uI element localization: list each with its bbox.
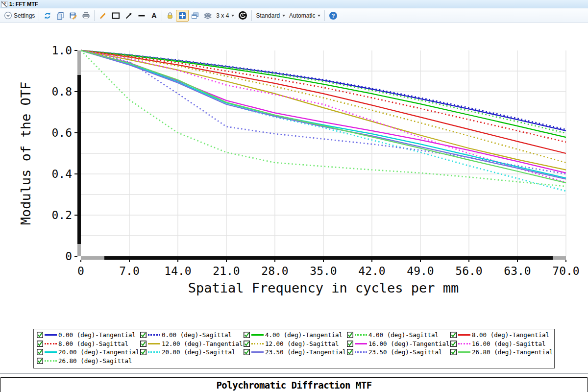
lock-icon <box>166 11 174 20</box>
automatic-label: Automatic <box>289 12 315 19</box>
series-swatch-8-00-deg-tangential <box>458 334 470 336</box>
series-checkbox-8-00-deg-tangential[interactable] <box>450 332 457 338</box>
y-tick-label: 0.4 <box>51 168 72 180</box>
series-checkbox-26-80-deg-sagittal[interactable] <box>37 358 43 364</box>
lock-button[interactable] <box>164 10 176 22</box>
y-axis-title: Modulus of the OTF <box>18 82 33 225</box>
auto-update-button[interactable] <box>236 10 249 22</box>
y-tick-label: 0.2 <box>51 209 72 221</box>
draw-line-button[interactable] <box>135 10 148 22</box>
series-swatch-4-00-deg-sagittal <box>355 334 367 336</box>
title-bar[interactable]: F 1: FFT MTF <box>0 0 588 8</box>
x-tick-mark <box>226 260 227 262</box>
automatic-dropdown[interactable]: Automatic <box>287 10 322 22</box>
series-swatch-16-00-deg-sagittal <box>458 343 470 344</box>
x-tick-mark <box>468 260 469 262</box>
cascade-windows-button[interactable] <box>189 10 201 22</box>
fft-mtf-window-icon: F <box>1 1 7 7</box>
series-checkbox-20-00-deg-tangential[interactable] <box>37 349 43 355</box>
x-axis-bar[interactable] <box>81 256 566 260</box>
series-checkbox-23-50-deg-sagittal[interactable] <box>347 349 353 355</box>
series-checkbox-0-00-deg-sagittal[interactable] <box>140 332 147 338</box>
y-axis-scroll-cap-top[interactable] <box>77 50 81 75</box>
x-tick-mark <box>80 260 81 262</box>
fft-mtf-window: F 1: FFT MTF Settings <box>0 0 588 392</box>
draw-arrow-button[interactable] <box>122 10 135 22</box>
draw-text-button[interactable]: A <box>148 10 160 22</box>
settings-button[interactable]: Settings <box>2 10 37 22</box>
x-tick-mark <box>323 260 324 262</box>
x-tick-label: 56.0 <box>455 265 482 277</box>
legend-item-20-00-deg-sagittal: 20.00 (deg)-Sagittal <box>140 348 244 357</box>
series-swatch-12-00-deg-sagittal <box>251 343 264 344</box>
series-checkbox-16-00-deg-tangential[interactable] <box>347 341 353 347</box>
y-tick-label: 0 <box>65 250 72 263</box>
layout-3x4-dropdown[interactable]: 3 x 4 <box>214 10 236 22</box>
series-label: 12.00 (deg)-Tangential <box>162 340 243 347</box>
series-swatch-0-00-deg-sagittal <box>148 334 160 336</box>
y-tick-mark <box>74 173 77 174</box>
series-label: 26.80 (deg)-Tangential <box>472 348 553 356</box>
series-checkbox-8-00-deg-sagittal[interactable] <box>37 341 43 347</box>
auto-update-icon <box>238 11 247 20</box>
legend-item-4-00-deg-tangential: 4.00 (deg)-Tangential <box>244 331 347 340</box>
legend-item-8-00-deg-sagittal: 8.00 (deg)-Sagittal <box>37 340 140 348</box>
series-label: 20.00 (deg)-Tangential <box>58 348 140 356</box>
settings-chevron-icon <box>4 11 12 20</box>
x-tick-mark <box>371 260 372 262</box>
series-checkbox-20-00-deg-sagittal[interactable] <box>140 349 147 355</box>
legend-item-23-50-deg-sagittal: 23.50 (deg)-Sagittal <box>347 348 450 357</box>
series-checkbox-12-00-deg-sagittal[interactable] <box>244 341 250 347</box>
fit-window-button[interactable] <box>176 10 189 22</box>
series-checkbox-12-00-deg-tangential[interactable] <box>140 341 147 347</box>
series-checkbox-23-50-deg-tangential[interactable] <box>244 349 250 355</box>
series-label: 8.00 (deg)-Sagittal <box>58 340 128 347</box>
series-checkbox-4-00-deg-sagittal[interactable] <box>347 332 353 338</box>
draw-rectangle-button[interactable] <box>109 10 122 22</box>
series-swatch-23-50-deg-sagittal <box>355 351 367 353</box>
help-button[interactable]: ? <box>327 10 340 22</box>
x-tick-mark <box>129 260 130 262</box>
x-axis-scroll-cap-right[interactable] <box>553 256 566 260</box>
series-checkbox-0-00-deg-tangential[interactable] <box>37 332 43 338</box>
series-label: 8.00 (deg)-Tangential <box>472 331 549 339</box>
series-checkbox-4-00-deg-tangential[interactable] <box>244 332 250 338</box>
copy-button[interactable] <box>54 10 67 22</box>
print-button[interactable] <box>79 10 92 22</box>
y-axis-scroll-cap-bottom[interactable] <box>77 244 81 256</box>
series-checkbox-26-80-deg-tangential[interactable] <box>450 349 457 355</box>
y-tick-mark <box>74 132 77 133</box>
settings-label: Settings <box>14 12 35 19</box>
series-swatch-8-00-deg-sagittal <box>45 343 57 344</box>
draw-pencil-button[interactable] <box>97 10 109 22</box>
svg-text:?: ? <box>332 13 335 19</box>
x-axis-title: Spatial Frequency in cycles per mm <box>188 280 459 295</box>
layers-button[interactable] <box>201 10 214 22</box>
x-tick-mark <box>177 260 178 262</box>
legend-item-26-80-deg-tangential: 26.80 (deg)-Tangential <box>450 348 554 357</box>
plot-footer-title: Polychromatic Diffraction MTF <box>216 380 371 391</box>
x-tick-label: 7.0 <box>119 265 140 277</box>
series-checkbox-16-00-deg-sagittal[interactable] <box>450 341 457 347</box>
y-tick-mark <box>74 91 77 92</box>
legend-item-16-00-deg-tangential: 16.00 (deg)-Tangential <box>347 340 450 348</box>
chevron-down-icon <box>282 15 285 17</box>
standard-dropdown[interactable]: Standard <box>254 10 287 22</box>
series-label: 4.00 (deg)-Tangential <box>265 331 343 339</box>
print-icon <box>81 11 90 20</box>
pencil-icon <box>98 11 107 20</box>
y-axis-bar[interactable] <box>77 50 81 256</box>
layers-icon <box>203 11 212 20</box>
refresh-button[interactable] <box>41 10 54 22</box>
y-tick-mark <box>74 256 77 257</box>
save-icon <box>69 11 77 20</box>
x-axis-scroll-cap-left[interactable] <box>81 256 104 260</box>
x-tick-mark <box>274 260 275 262</box>
toolbar: Settings <box>0 8 588 23</box>
series-swatch-20-00-deg-sagittal <box>148 351 160 353</box>
legend-grid: 0.00 (deg)-Tangential 0.00 (deg)-Sagitta… <box>37 331 551 365</box>
save-button[interactable] <box>67 10 79 22</box>
line-icon <box>137 11 146 20</box>
legend-item-26-80-deg-sagittal: 26.80 (deg)-Sagittal <box>37 357 140 366</box>
cascade-windows-icon <box>191 11 199 20</box>
